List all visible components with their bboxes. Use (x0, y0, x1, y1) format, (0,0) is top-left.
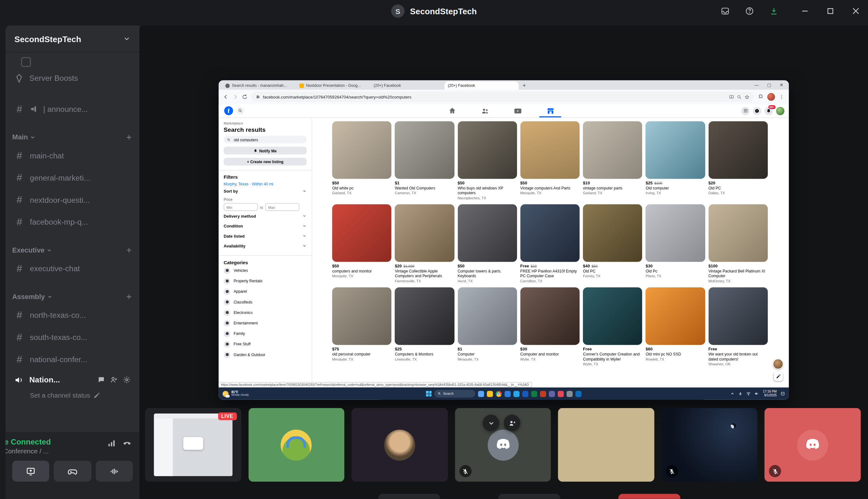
channel-facebook-mp[interactable]: #facebook-mp-q... (10, 211, 135, 233)
sort-by-filter[interactable]: Sort by (224, 186, 307, 196)
category-family[interactable]: Family (224, 328, 307, 339)
browser-profile-avatar[interactable] (767, 93, 775, 101)
channel-north-texas[interactable]: #north-texas-co... (10, 304, 135, 326)
date-listed-filter[interactable]: Date listed (224, 231, 307, 241)
tab-search-results[interactable]: Search results - manansmhah... (222, 82, 296, 90)
listing-card[interactable]: $20Old PCDallas, TX (708, 121, 768, 200)
screen-share-window[interactable]: Search results - manansmhah... Nextdoor … (219, 80, 789, 400)
zoom-icon[interactable] (737, 94, 742, 99)
invite-member-icon[interactable] (110, 376, 118, 384)
taskbar-clock[interactable]: 17:16 PM 9/1/2025 (763, 390, 777, 398)
category-free-stuff[interactable]: Free Stuff (224, 339, 307, 349)
address-bar[interactable]: facebook.com/marketplace/107647059264704… (251, 92, 754, 102)
facebook-search-icon[interactable] (236, 107, 244, 114)
listing-card[interactable]: $50Who buys old windows XP computersNaco… (457, 121, 517, 200)
chrome-icon[interactable] (496, 391, 502, 397)
excel-icon[interactable] (531, 391, 537, 397)
activities-button[interactable] (54, 461, 91, 482)
listing-card[interactable]: FreeConner's Computer Creation and Compa… (583, 287, 642, 366)
create-listing-button[interactable]: + Create new listing (224, 158, 307, 166)
help-icon[interactable] (745, 7, 754, 15)
set-channel-status[interactable]: Set a channel status (10, 389, 135, 401)
marketplace-search-input[interactable] (233, 137, 303, 142)
leave-call-button-partial[interactable] (619, 494, 681, 499)
create-channel-icon[interactable] (125, 246, 133, 254)
collapse-tiles-button[interactable] (483, 415, 499, 431)
soundboard-button[interactable] (96, 461, 133, 482)
listing-card[interactable]: $30Old PcPlano, TX (646, 204, 705, 283)
availability-filter[interactable]: Availability (224, 241, 307, 251)
participant-tile[interactable] (765, 408, 861, 482)
listing-card[interactable]: $50Old white pcGarland, TX (332, 121, 391, 200)
new-tab-button[interactable]: + (521, 82, 527, 90)
tab-nextdoor-presentation[interactable]: Nextdoor Presentation - Goog... (296, 82, 370, 90)
back-icon[interactable] (223, 94, 229, 99)
listing-card[interactable]: $50computers and monitorMesquite, TX (332, 204, 391, 283)
location-filter-link[interactable]: Murphy, Texas · Within 40 mi (224, 182, 307, 186)
category-entertainment[interactable]: Entertainment (224, 318, 307, 328)
gear-icon[interactable] (123, 376, 131, 384)
screen-share-tile[interactable]: LIVE (145, 408, 241, 482)
install-icon[interactable] (729, 94, 734, 99)
listing-card[interactable]: $100Vintage Packard Bell Platinum XI Com… (708, 204, 768, 283)
messenger-icon[interactable] (753, 107, 761, 115)
listing-card[interactable]: FreeWe want your old broken out dated co… (708, 287, 768, 366)
listing-card[interactable]: $25$100Old computerIrving, TX (646, 121, 705, 200)
wifi-icon[interactable] (746, 391, 751, 396)
disconnect-call-icon[interactable] (122, 438, 132, 448)
word-icon[interactable] (522, 391, 528, 397)
forward-icon[interactable] (233, 94, 238, 99)
listing-card[interactable]: $25Computers & MonitorsLewisville, TX (395, 287, 454, 366)
listing-card[interactable]: $30Computer and monitorWylie, TX (520, 287, 579, 366)
marketplace-breadcrumb[interactable]: Marketplace (224, 121, 307, 125)
channel-south-texas[interactable]: #south-texas-co... (10, 326, 135, 348)
mic-tray-icon[interactable] (738, 392, 742, 395)
server-boosts-item[interactable]: Server Boosts (10, 67, 135, 89)
tab-facebook-2[interactable]: f(20+) Facebook (444, 82, 518, 90)
channel-executive-chat[interactable]: #executive-chat (10, 258, 135, 280)
create-channel-icon[interactable] (125, 133, 133, 141)
taskbar-weather-widget[interactable]: 81°F Mostly cloudy (219, 390, 305, 397)
participant-tile[interactable] (248, 408, 344, 482)
compose-fab[interactable] (774, 372, 783, 381)
listing-card[interactable]: $60Old mini pc NO SSDRowlett, TX (646, 287, 705, 366)
nav-marketplace-tab[interactable] (538, 104, 563, 118)
notify-me-button[interactable]: Notify Me (224, 147, 307, 154)
powerpoint-icon[interactable] (540, 391, 546, 397)
category-assembly[interactable]: Assembly (10, 290, 135, 304)
participant-tile[interactable] (661, 408, 757, 482)
screen-share-button[interactable] (12, 461, 49, 482)
facebook-logo[interactable]: f (224, 107, 233, 115)
listing-card[interactable]: $1Wanted Old ComputersCameron, TX (395, 121, 454, 200)
channel-nextdoor-questions[interactable]: #nextdoor-questi... (10, 189, 135, 211)
edge-icon[interactable] (505, 391, 511, 397)
outlook-icon[interactable] (514, 391, 519, 397)
nav-home-tab[interactable] (440, 104, 464, 118)
show-members-button[interactable] (504, 415, 520, 431)
category-executive[interactable]: Executive (10, 243, 135, 257)
category-vehicles[interactable]: Vehicles (224, 265, 307, 276)
taskbar-app-icon[interactable] (558, 391, 564, 397)
category-garden-outdoor[interactable]: Garden & Outdoor (224, 350, 307, 360)
delivery-method-filter[interactable]: Delivery method (224, 211, 307, 221)
taskbar-app-icon[interactable] (567, 391, 573, 397)
notification-center-icon[interactable] (781, 391, 785, 396)
listing-card[interactable]: $40$50Old PCForney, TX (583, 204, 642, 283)
update-download-icon[interactable] (769, 7, 778, 15)
listing-card[interactable]: Free$10FREE HP Pavilion A4310f Empty PC … (520, 204, 579, 283)
menu-grid-icon[interactable] (741, 107, 749, 115)
listing-card[interactable]: $10vintage computer partsGarland, TX (583, 121, 642, 200)
file-explorer-icon[interactable] (487, 391, 493, 397)
price-max-input[interactable] (266, 203, 300, 211)
bookmark-star-icon[interactable] (744, 94, 749, 99)
inbox-icon[interactable] (721, 7, 730, 15)
chrome-close-button[interactable]: ✕ (780, 82, 783, 87)
close-button[interactable] (853, 8, 859, 14)
participant-tile[interactable] (352, 408, 448, 482)
site-settings-icon[interactable] (256, 95, 260, 99)
listing-card[interactable]: $1ComputerMesquite, TX (457, 287, 517, 366)
listing-card[interactable]: $75old personal computerMesquite, TX (332, 287, 391, 366)
minimize-button[interactable] (802, 8, 808, 14)
call-control-button-partial[interactable] (498, 494, 560, 499)
teams-icon[interactable] (549, 391, 555, 397)
